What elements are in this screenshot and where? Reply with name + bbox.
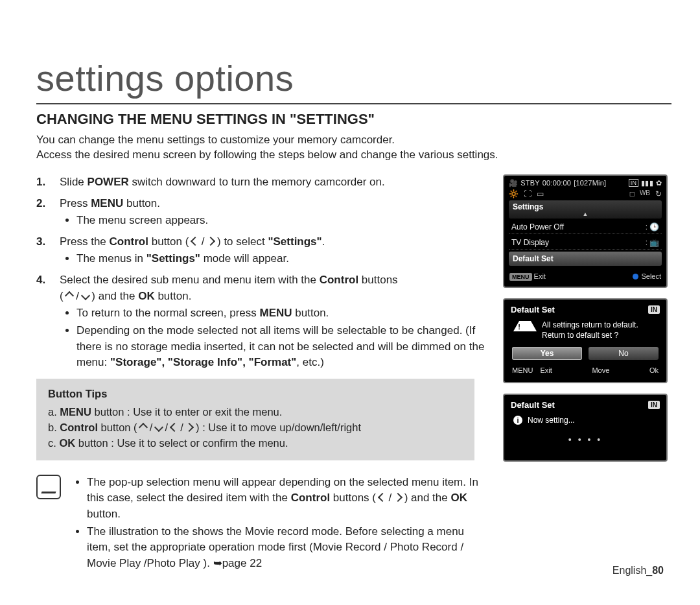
intro-line-2: Access the desired menu screen by follow… xyxy=(36,148,659,163)
button-tips-box: Button Tips a. MENU button : Use it to e… xyxy=(36,379,474,460)
tv-icon: 📺 xyxy=(649,238,659,247)
chevron-right-icon xyxy=(185,423,194,432)
footer-move-label: Move xyxy=(592,366,609,374)
dialog-msg-2: Return to default set ? xyxy=(542,330,638,340)
menu-item-tv-display[interactable]: TV Display : 📺 xyxy=(509,236,662,250)
no-button[interactable]: No xyxy=(589,347,659,360)
tab-settings[interactable]: Settings ▲ xyxy=(509,200,662,219)
step-1: Slide POWER switch downward to turn the … xyxy=(36,174,493,191)
refresh-icon: ↻ xyxy=(655,189,662,198)
divider xyxy=(36,103,671,104)
dialog-title: Default Set xyxy=(511,305,555,314)
rec-time: 00:00:00 xyxy=(542,179,571,187)
screen-icon: ▭ xyxy=(537,189,544,198)
tip-b: b. Control button ( / / / ) : Use it to … xyxy=(48,420,463,436)
ok-dot-icon xyxy=(633,274,638,279)
chevron-up-icon xyxy=(139,423,148,432)
dialog-title: Default Set xyxy=(511,400,555,410)
step-4-sub-1: To return to the normal screen, press ME… xyxy=(76,305,493,322)
step-4-sub-2: Depending on the mode selected not all i… xyxy=(76,323,493,371)
note-icon xyxy=(36,475,61,499)
rec-status: STBY xyxy=(520,179,540,187)
note-2: The illustration to the shows the Movie … xyxy=(87,524,490,572)
indicator-icon: 🔆 xyxy=(509,189,519,198)
section-title: CHANGING THE MENU SETTINGS IN "SETTINGS" xyxy=(36,111,671,128)
tip-c: c. OK button : Use it to select or confi… xyxy=(48,436,463,451)
footer-exit-label: Exit xyxy=(534,272,546,280)
chevron-left-icon xyxy=(191,237,200,246)
menu-item-auto-power-off[interactable]: Auto Power Off : 🕒 xyxy=(509,220,662,234)
menu-item-default-set[interactable]: Default Set xyxy=(509,252,662,266)
chevron-down-icon xyxy=(81,291,90,300)
storage-in-badge: IN xyxy=(648,401,660,409)
footer-select-label: Select xyxy=(641,272,661,280)
footer-exit-label: Exit xyxy=(540,366,552,374)
page-footer: English_80 xyxy=(612,565,664,576)
warning-icon xyxy=(513,321,537,331)
step-2: Press MENU button. The menu screen appea… xyxy=(36,196,493,229)
page-title: settings options xyxy=(36,57,671,99)
intro-line-1: You can change the menu settings to cust… xyxy=(36,133,659,148)
chevron-left-icon xyxy=(170,423,179,432)
rec-remain: [1027Min] xyxy=(574,179,606,187)
button-tips-title: Button Tips xyxy=(48,386,463,402)
menu-tag: MENU xyxy=(512,366,533,374)
footer-ok-label: Ok xyxy=(649,366,659,374)
storage-in-badge: IN xyxy=(629,179,638,187)
camera-icon: ✿ xyxy=(656,179,662,187)
indicator-icon: ⛶ xyxy=(524,189,531,198)
video-icon: 🎥 xyxy=(509,179,518,187)
step-3: Press the Control button ( / ) to select… xyxy=(36,234,493,267)
clock-icon: 🕒 xyxy=(649,222,659,231)
wb-icon: WB xyxy=(640,189,650,198)
note-1: The pop-up selection menu will appear de… xyxy=(87,475,490,523)
chevron-right-icon xyxy=(206,237,215,246)
chevron-down-icon xyxy=(154,423,163,432)
chevron-right-icon xyxy=(393,493,402,502)
step-2-sub-1: The menu screen appears. xyxy=(76,213,493,229)
storage-in-badge: IN xyxy=(648,305,660,314)
tip-a: a. MENU button : Use it to enter or exit… xyxy=(48,405,463,420)
lcd-settings-menu: 🎥 STBY 00:00:00 [1027Min] IN ▮▮▮ ✿ 🔆 ⛶ xyxy=(503,174,668,288)
loading-dots: • • • • xyxy=(504,434,666,445)
dialog-msg-1: All settings return to default. xyxy=(542,320,638,330)
chevron-left-icon xyxy=(378,493,387,502)
yes-button[interactable]: Yes xyxy=(512,347,582,360)
mode-icon: □ xyxy=(630,189,635,198)
chevron-up-icon: ▲ xyxy=(513,211,658,217)
step-4: Select the desired sub menu and menu ite… xyxy=(36,272,493,371)
progress-msg: Now setting... xyxy=(528,415,575,425)
menu-tag: MENU xyxy=(509,273,532,281)
chevron-up-icon xyxy=(65,291,74,300)
step-3-sub-1: The menus in "Settings" mode will appear… xyxy=(76,251,493,267)
lcd-default-set-progress: Default Set IN i Now setting... • • • • xyxy=(503,394,668,462)
battery-icon: ▮▮▮ xyxy=(641,179,653,187)
lcd-default-set-confirm: Default Set IN All settings return to de… xyxy=(503,298,668,383)
info-icon: i xyxy=(513,416,522,425)
